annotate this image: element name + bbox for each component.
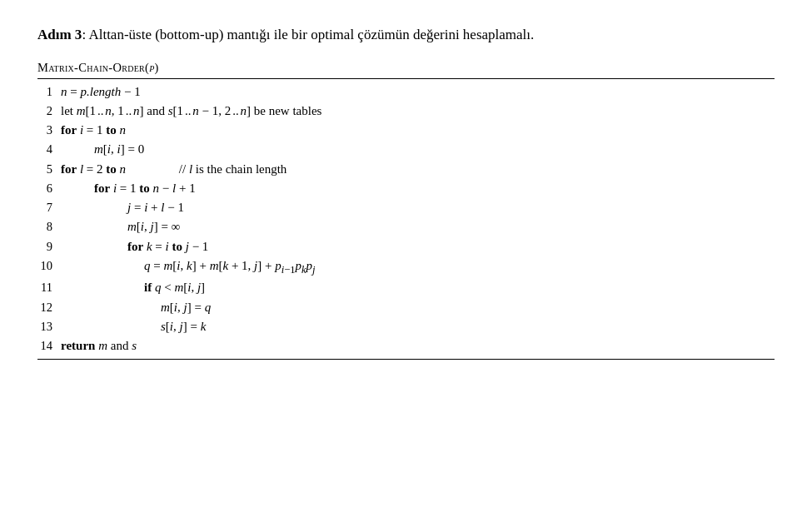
code-line-4: 4 m[i, i] = 0: [37, 140, 775, 159]
line-content-1: n = p.length − 1: [61, 82, 141, 102]
line-num-1: 1: [37, 82, 61, 101]
algorithm-param: p: [149, 61, 154, 74]
line-content-11: if q < m[i, j]: [61, 278, 205, 297]
line-content-10: q = m[i, k] + m[k + 1, j] + pi−1pkpj: [61, 256, 316, 278]
code-line-6: 6 for i = 1 to n − l + 1: [37, 179, 775, 198]
line-num-11: 11: [37, 278, 61, 296]
step-rest: : Alttan-üste (bottom-up) mantığı ile bi…: [82, 27, 534, 42]
line-num-13: 13: [37, 317, 61, 336]
line-num-9: 9: [37, 237, 61, 256]
code-line-8: 8 m[i, j] = ∞: [37, 217, 775, 236]
line-content-13: s[i, j] = k: [61, 317, 206, 336]
line-content-8: m[i, j] = ∞: [61, 217, 180, 236]
code-line-14: 14 return m and s: [37, 336, 775, 355]
line-content-9: for k = i to j − 1: [61, 237, 208, 256]
heading-block: Adım 3: Alttan-üste (bottom-up) mantığı …: [37, 25, 775, 46]
line-num-2: 2: [37, 102, 61, 120]
line-content-6: for i = 1 to n − l + 1: [61, 179, 196, 198]
line-num-6: 6: [37, 179, 61, 197]
code-lines: 1 n = p.length − 1 2 let m[1 .. n, 1 .. …: [37, 78, 775, 360]
code-line-3: 3 for i = 1 to n: [37, 121, 775, 140]
line-num-7: 7: [37, 198, 61, 216]
code-line-11: 11 if q < m[i, j]: [37, 278, 775, 297]
line-content-5: for l = 2 to n // l is the chain length: [61, 160, 286, 179]
algorithm-title: Matrix-Chain-Order(p): [37, 61, 775, 75]
line-content-4: m[i, i] = 0: [61, 140, 144, 159]
code-line-1: 1 n = p.length − 1: [37, 82, 775, 102]
line-num-12: 12: [37, 298, 61, 316]
main-container: Adım 3: Alttan-üste (bottom-up) mantığı …: [25, 17, 787, 368]
code-line-9: 9 for k = i to j − 1: [37, 237, 775, 256]
line-num-14: 14: [37, 336, 61, 355]
line-num-3: 3: [37, 121, 61, 139]
line-num-10: 10: [37, 256, 61, 275]
line-content-3: for i = 1 to n: [61, 121, 126, 140]
line-num-4: 4: [37, 140, 61, 158]
code-line-7: 7 j = i + l − 1: [37, 198, 775, 217]
line-num-8: 8: [37, 217, 61, 236]
line-content-2: let m[1 .. n, 1 .. n] and s[1 .. n − 1, …: [61, 102, 321, 121]
code-line-12: 12 m[i, j] = q: [37, 298, 775, 317]
code-line-5: 5 for l = 2 to n // l is the chain lengt…: [37, 160, 775, 179]
code-line-13: 13 s[i, j] = k: [37, 317, 775, 336]
step-label: Adım 3: [37, 27, 82, 42]
algorithm-block: Matrix-Chain-Order(p) 1 n = p.length − 1…: [37, 61, 775, 360]
line-content-14: return m and s: [61, 336, 137, 355]
code-line-2: 2 let m[1 .. n, 1 .. n] and s[1 .. n − 1…: [37, 102, 775, 121]
algorithm-name: Matrix-Chain-Order: [37, 61, 145, 74]
line-content-12: m[i, j] = q: [61, 298, 211, 317]
code-line-10: 10 q = m[i, k] + m[k + 1, j] + pi−1pkpj: [37, 256, 775, 278]
line-num-5: 5: [37, 160, 61, 178]
line-content-7: j = i + l − 1: [61, 198, 184, 217]
